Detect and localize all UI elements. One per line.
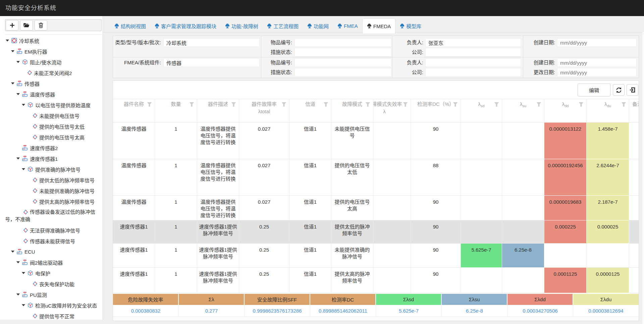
form-input[interactable] xyxy=(425,68,521,77)
tree-item-label: 以电压信号提供原始温度 xyxy=(35,102,91,109)
tree-item-label: 传感器未能获得信号 xyxy=(30,238,75,245)
form-input[interactable] xyxy=(425,48,521,57)
filter-icon[interactable] xyxy=(281,102,286,107)
tree-item-label: 检测uC故障并转为安全状态 xyxy=(35,302,97,309)
tree-item[interactable]: 冷却系统 xyxy=(0,35,103,46)
add-button[interactable] xyxy=(6,20,18,30)
table-cell: 1 xyxy=(155,123,197,159)
column-header: 器件故障率λtotal xyxy=(239,99,289,123)
summary-header: 安全故障比例SFF xyxy=(245,294,310,305)
tree-item[interactable]: 未能正常关闭阀2 xyxy=(0,67,103,78)
tree-item[interactable]: PU监测 xyxy=(0,289,103,300)
tree-item[interactable]: 传感器设备发送过低的脉冲信号，不准确 xyxy=(0,207,103,225)
tree-item[interactable]: 以电压信号提供原始温度 xyxy=(0,100,103,110)
tree-item[interactable]: 速度传感器2 xyxy=(0,142,103,153)
expand-arrow-icon[interactable] xyxy=(15,61,21,63)
table-row[interactable]: 速度传感器11速度传感器1提供脉冲频率信号0.25信道1提供太高的脉冲频率信号9… xyxy=(113,268,639,293)
refresh-button[interactable] xyxy=(613,84,625,96)
tree-item[interactable]: 提供的电压信号太低 xyxy=(0,121,103,132)
filter-icon[interactable] xyxy=(231,102,236,107)
tree-item[interactable]: 提供太低的脉冲频率信号 xyxy=(0,175,103,185)
expand-arrow-icon[interactable] xyxy=(15,294,21,296)
expand-arrow-icon[interactable] xyxy=(21,272,26,274)
tab-功能-故障树[interactable]: 功能-故障树 xyxy=(221,18,263,34)
expand-arrow-icon[interactable] xyxy=(21,168,26,170)
tree-item[interactable]: 阻止/使水流动 xyxy=(0,57,103,67)
expand-arrow-icon[interactable] xyxy=(10,50,15,52)
tree-item[interactable]: 温度传感器 xyxy=(0,89,103,100)
expand-arrow-icon[interactable] xyxy=(15,157,21,159)
form-input[interactable] xyxy=(294,58,391,67)
filter-icon[interactable] xyxy=(147,102,152,107)
filter-icon[interactable] xyxy=(579,102,584,107)
table-row[interactable]: 速度传感器11速度传感器1提供脉冲频率信号0.25信道1未能提供准确的脉冲信号9… xyxy=(113,244,639,268)
tab-结构树视图[interactable]: 结构树视图 xyxy=(110,18,150,34)
table-row[interactable]: 温度传感器1温度传感器提供电压信号，将温度信号进行转换0.027信道1未能提供电… xyxy=(113,123,639,159)
form-input[interactable] xyxy=(294,48,391,57)
tree-icon xyxy=(267,23,272,29)
tree-item[interactable]: 未能提供准确的脉冲信号 xyxy=(0,185,103,196)
delete-button[interactable] xyxy=(35,20,47,30)
tree-item[interactable]: 提供准确的脉冲信号 xyxy=(0,164,103,175)
filter-icon[interactable] xyxy=(323,102,328,107)
table-cell: 速度传感器1 xyxy=(113,268,155,293)
tab-模型库[interactable]: 模型库 xyxy=(395,18,426,34)
tab-FMEDA[interactable]: FMEDA xyxy=(362,18,396,34)
tree-item[interactable]: 速度传感器1 xyxy=(0,153,103,164)
export-button[interactable] xyxy=(627,84,638,96)
tree-item[interactable]: 丧失电保护功能 xyxy=(0,278,103,289)
tree-item[interactable]: 传感器 xyxy=(0,78,103,89)
filter-icon[interactable] xyxy=(365,102,370,107)
filter-icon[interactable] xyxy=(621,102,626,107)
expand-arrow-icon[interactable] xyxy=(15,93,21,95)
summary-table: 危险故障失效率Σλ安全故障比例SFF检测率DCΣλsdΣλsuΣλddΣλdu0… xyxy=(113,294,639,317)
edit-button[interactable]: 编辑 xyxy=(578,83,610,96)
filter-icon[interactable] xyxy=(403,102,408,107)
table-row[interactable]: 温度传感器1温度传感器提供电压信号，将温度信号进行转换0.027信道1提供的电压… xyxy=(113,159,639,196)
table-cell xyxy=(373,244,411,268)
expand-arrow-icon[interactable] xyxy=(10,251,15,253)
expand-arrow-icon[interactable] xyxy=(5,40,10,42)
tree-item[interactable]: 电保护 xyxy=(0,268,103,278)
table-row[interactable]: 温度传感器1温度传感器提供电压信号，将温度信号进行转换0.027信道1提供的电压… xyxy=(113,196,639,220)
scrollbar-track[interactable] xyxy=(642,32,644,324)
tab-工艺流程图[interactable]: 工艺流程图 xyxy=(263,18,303,34)
form-input[interactable] xyxy=(557,68,637,77)
form-input[interactable] xyxy=(163,58,260,67)
tabbar: 结构树视图 客户需求管理及跟踪模块 功能-故障树 工艺流程图 功能网 FMEA xyxy=(110,18,426,34)
tab-FMEA[interactable]: FMEA xyxy=(333,18,362,34)
tree-item[interactable]: 传感器未能获得信号 xyxy=(0,236,103,246)
tree-item[interactable]: 阀2输出驱动器 xyxy=(0,257,103,268)
tab-功能网[interactable]: 功能网 xyxy=(303,18,333,34)
form-input[interactable] xyxy=(425,58,521,67)
expand-arrow-icon[interactable] xyxy=(21,104,26,106)
tab-客户需求管理及跟踪模块[interactable]: 客户需求管理及跟踪模块 xyxy=(150,18,221,34)
tree-item[interactable]: 检测uC故障并转为安全状态 xyxy=(0,300,103,311)
tree-item[interactable]: 无法获得准确脉冲信号 xyxy=(0,225,103,236)
filter-icon[interactable] xyxy=(536,102,541,107)
open-button[interactable] xyxy=(20,20,33,30)
tree-item[interactable]: EM执行器 xyxy=(0,46,103,57)
form-input[interactable] xyxy=(557,38,637,47)
form-input[interactable] xyxy=(425,38,521,47)
expand-arrow-icon[interactable] xyxy=(21,304,26,306)
tree-item[interactable]: 提供信号不正常 xyxy=(0,311,103,321)
form-input[interactable] xyxy=(294,68,391,77)
form-input[interactable] xyxy=(294,38,391,47)
table-cell xyxy=(502,220,544,244)
form-input[interactable] xyxy=(557,58,637,67)
expand-arrow-icon[interactable] xyxy=(15,261,21,263)
tree-item[interactable]: ECU xyxy=(0,246,103,257)
form-input[interactable] xyxy=(163,38,260,47)
filter-icon[interactable] xyxy=(453,102,458,107)
tree-item[interactable]: 未能提供电压信号 xyxy=(0,110,103,121)
filter-icon[interactable] xyxy=(189,102,194,107)
form-label: 公司: xyxy=(395,48,423,57)
failure-icon xyxy=(33,135,37,139)
filter-icon[interactable] xyxy=(494,102,499,107)
expand-arrow-icon[interactable] xyxy=(10,82,15,84)
tree-item[interactable]: 提供的电压信号太高 xyxy=(0,132,103,142)
tree-item[interactable]: 提供太高的脉冲频率信号 xyxy=(0,196,103,207)
table-cell: 90 xyxy=(411,244,461,268)
table-row[interactable]: 速度传感器11速度传感器1提供脉冲频率信号0.25信道1提供太低的脉冲频率信号9… xyxy=(113,220,639,244)
